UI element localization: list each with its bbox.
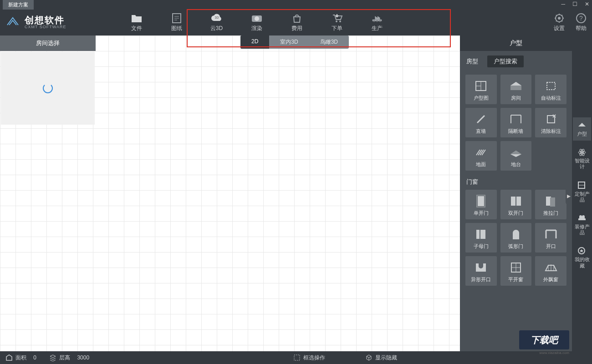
tool-single-door[interactable]: 单开门 <box>465 190 497 219</box>
tool-platform[interactable]: 地台 <box>500 141 532 171</box>
svg-rect-23 <box>480 230 485 239</box>
svg-rect-31 <box>294 355 300 360</box>
tool-double-door[interactable]: 双开门 <box>500 190 532 219</box>
svg-point-4 <box>336 20 337 22</box>
tool-partition[interactable]: 隔断墙 <box>500 108 532 137</box>
mother-door-icon <box>473 228 489 241</box>
tool-room[interactable]: 房间 <box>500 75 532 104</box>
room-preview[interactable] <box>1 52 95 125</box>
cloud3d-button[interactable]: 3D 云3D <box>210 13 223 32</box>
logo-subtitle: CXMT SOFTWARE <box>25 25 66 30</box>
cost-button[interactable]: 费用 <box>291 13 303 32</box>
help-button[interactable]: ? 帮助 <box>575 13 587 32</box>
cabinet-icon <box>577 181 587 189</box>
tool-opening[interactable]: 开口 <box>535 223 566 253</box>
tool-casement-window[interactable]: 平开窗 <box>500 256 532 286</box>
sidetab-smart[interactable]: 智能设计 <box>573 144 591 173</box>
gear-icon <box>553 13 566 24</box>
tool-shaped-opening[interactable]: 异形开口 <box>465 256 497 286</box>
svg-text:3D: 3D <box>214 16 219 19</box>
svg-rect-14 <box>547 82 555 90</box>
tab-room-type[interactable]: 房型 <box>466 57 478 66</box>
tool-wall[interactable]: 直墙 <box>465 108 497 137</box>
settings-button[interactable]: 设置 <box>553 13 566 32</box>
maximize-button[interactable]: ☐ <box>572 1 577 7</box>
svg-point-25 <box>581 152 583 153</box>
order-button[interactable]: 下单 <box>331 13 343 32</box>
partition-icon <box>508 112 524 126</box>
sidetab-custom[interactable]: 定制产品 <box>573 177 591 207</box>
cart-icon <box>331 13 343 24</box>
watermark-logo: 下载吧 <box>519 330 569 349</box>
drawing-icon <box>170 13 183 24</box>
view-tab-bird3d[interactable]: 鸟瞰3D <box>309 35 349 49</box>
room-icon <box>508 79 524 93</box>
svg-rect-18 <box>511 197 515 206</box>
svg-rect-21 <box>550 197 555 207</box>
bag-icon <box>291 13 303 24</box>
header: 创想软件 CXMT SOFTWARE 文件 图纸 3D 云3D 渲染 费用 下单 <box>0 9 592 35</box>
svg-point-8 <box>379 20 381 22</box>
tool-mother-door[interactable]: 子母门 <box>465 223 497 253</box>
window-controls: ─ ☐ ✕ <box>561 1 589 7</box>
tool-clear-dim[interactable]: 清除标注 <box>535 108 566 137</box>
file-button[interactable]: 文件 <box>130 13 143 32</box>
select-icon <box>293 354 301 361</box>
main-toolbar: 文件 图纸 3D 云3D 渲染 费用 下单 生产 <box>130 13 383 32</box>
bay-window-icon <box>543 261 559 274</box>
pencil-icon <box>473 112 489 126</box>
atom-icon <box>577 148 587 156</box>
cube-icon <box>365 354 373 361</box>
svg-point-7 <box>376 20 378 22</box>
tool-floor[interactable]: 地面 <box>465 141 497 171</box>
close-button[interactable]: ✕ <box>585 1 589 7</box>
sidetab-layout[interactable]: 户型 <box>573 117 591 141</box>
tool-arc-door[interactable]: 弧形门 <box>500 223 532 253</box>
watermark-url: www.xiazaiba.com <box>539 351 569 355</box>
clear-icon <box>543 112 559 126</box>
sidetab-deco[interactable]: 装修产品 <box>573 210 591 239</box>
svg-point-6 <box>373 20 375 22</box>
status-height: 层高 3000 <box>49 354 89 362</box>
status-show-hide[interactable]: 显示隐藏 <box>365 354 397 362</box>
left-panel-title: 房间选择 <box>0 35 96 51</box>
logo: 创想软件 CXMT SOFTWARE <box>5 14 66 30</box>
sliding-door-icon <box>543 194 559 208</box>
right-panel: 户型 房型 户型搜索 户型图 房间 自动标注 直墙 隔断墙 清除标注 地面 地台… <box>460 35 572 351</box>
layout-icon <box>577 121 587 129</box>
svg-point-10 <box>558 17 561 20</box>
collapse-handle[interactable]: ▸ <box>566 187 572 205</box>
tool-floorplan[interactable]: 户型图 <box>465 75 497 104</box>
single-door-icon <box>473 194 489 208</box>
platform-icon <box>508 146 524 159</box>
view-tabs: 2D 室内3D 鸟瞰3D <box>240 35 349 49</box>
view-tab-2d[interactable]: 2D <box>240 35 269 49</box>
tool-auto-dim[interactable]: 自动标注 <box>535 75 566 104</box>
render-button[interactable]: 渲染 <box>250 13 263 32</box>
view-tab-indoor3d[interactable]: 室内3D <box>269 35 309 49</box>
titlebar-tab[interactable]: 新建方案 <box>3 0 34 10</box>
right-panel-title: 户型 <box>460 35 572 51</box>
tab-layout-search[interactable]: 户型搜索 <box>487 56 524 67</box>
svg-rect-16 <box>478 196 484 206</box>
opening-icon <box>543 228 559 241</box>
drawing-button[interactable]: 图纸 <box>170 13 183 32</box>
titlebar: 新建方案 <box>0 0 592 9</box>
layers-icon <box>49 354 56 361</box>
minimize-button[interactable]: ─ <box>561 1 565 7</box>
svg-rect-19 <box>516 197 521 206</box>
double-door-icon <box>508 194 524 208</box>
logo-icon <box>5 14 21 30</box>
floor-icon <box>473 146 489 159</box>
loading-spinner-icon <box>43 83 53 93</box>
right-sidebar: 户型 智能设计 定制产品 装修产品 我的收藏 <box>572 35 592 351</box>
svg-text:?: ? <box>579 15 583 22</box>
tool-sliding-door[interactable]: 推拉门 <box>535 190 566 219</box>
status-area: 面积 0 <box>5 354 36 362</box>
sidetab-fav[interactable]: 我的收藏 <box>573 243 591 272</box>
produce-button[interactable]: 生产 <box>371 13 383 32</box>
tool-bay-window[interactable]: 外飘窗 <box>535 256 566 286</box>
area-icon <box>5 354 13 361</box>
statusbar: 面积 0 层高 3000 框选操作 显示隐藏 <box>0 351 592 364</box>
status-box-select[interactable]: 框选操作 <box>293 354 325 362</box>
